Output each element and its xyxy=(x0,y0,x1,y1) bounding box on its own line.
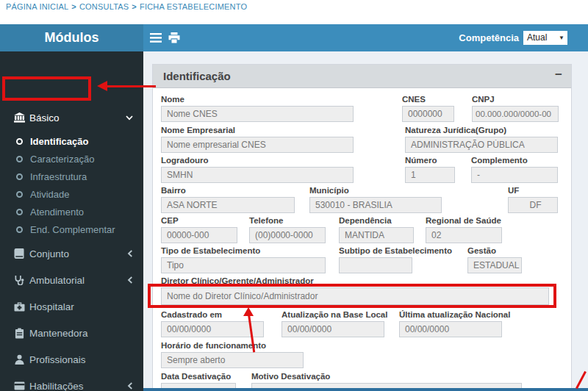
cnpj-input[interactable] xyxy=(472,106,559,122)
logradouro-input[interactable] xyxy=(161,167,354,183)
breadcrumb-separator: > xyxy=(132,2,137,11)
field-label: Gestão xyxy=(467,246,522,255)
circle-icon xyxy=(16,191,23,198)
field-gestao: Gestão xyxy=(467,246,522,273)
field-dependencia: Dependência xyxy=(339,216,414,243)
dependencia-input[interactable] xyxy=(339,227,414,243)
sidebar-item-label: Ambulatorial xyxy=(29,275,85,286)
sidebar-item-label: Caracterização xyxy=(30,154,94,165)
field-atualizacao-base-local: Atualização na Base Local xyxy=(282,310,384,337)
competencia-control: Competência Atual ▼ xyxy=(459,24,567,51)
field-natureza-juridica: Natureza Jurídica(Grupo) xyxy=(405,126,558,153)
select-caret-icon: ▼ xyxy=(559,31,564,45)
cadastrado-em-input[interactable] xyxy=(161,321,264,337)
field-nome-empresarial: Nome Empresarial xyxy=(161,126,354,153)
sidebar-item-caracterizacao[interactable]: Caracterização xyxy=(0,150,143,168)
breadcrumb-ficha-estabelecimento[interactable]: FICHA ESTABELECIMENTO xyxy=(140,2,247,11)
field-cnpj: CNPJ xyxy=(472,95,559,122)
sidebar-item-label: Atendimento xyxy=(30,207,84,218)
sidebar-item-identificacao[interactable]: Identificação xyxy=(0,132,143,150)
field-label: CNPJ xyxy=(472,95,559,104)
regional-saude-input[interactable] xyxy=(426,227,502,243)
chevron-left-icon xyxy=(127,276,133,284)
field-label: Logradouro xyxy=(161,156,354,165)
breadcrumb-separator: > xyxy=(71,2,76,11)
nome-empresarial-input[interactable] xyxy=(161,137,354,153)
sidebar-item-atendimento[interactable]: Atendimento xyxy=(0,203,143,220)
field-label: Motivo Desativação xyxy=(251,372,522,381)
field-subtipo-estabelecimento: Subtipo de Estabelecimento xyxy=(339,246,412,273)
breadcrumb-consultas[interactable]: CONSULTAS xyxy=(79,2,129,11)
sidebar-item-label: Atividade xyxy=(30,189,69,200)
diretor-input[interactable] xyxy=(161,287,549,305)
field-cadastrado-em: Cadastrado em xyxy=(161,310,264,337)
natureza-juridica-input[interactable] xyxy=(405,137,558,153)
breadcrumb-pagina-inicial[interactable]: PÁGINA INICIAL xyxy=(6,2,68,11)
sidebar-item-label: Identificação xyxy=(30,136,88,147)
numero-input[interactable] xyxy=(405,167,455,183)
field-label: CEP xyxy=(161,216,237,225)
sidebar-item-basico[interactable]: Básico xyxy=(0,105,143,130)
field-label: Nome xyxy=(161,95,354,104)
sidebar-item-label: Básico xyxy=(29,112,60,123)
sidebar-item-conjunto[interactable]: Conjunto xyxy=(0,241,143,266)
field-uf: UF xyxy=(508,186,558,213)
field-label: CNES xyxy=(402,95,454,104)
sidebar-item-habilitacoes[interactable]: Habilitações xyxy=(0,373,143,391)
uf-input[interactable] xyxy=(508,197,558,213)
sidebar-item-atividade[interactable]: Atividade xyxy=(0,185,143,203)
horario-funcionamento-input[interactable] xyxy=(161,352,304,368)
field-label: Tipo de Estabelecimento xyxy=(161,246,326,255)
sidebar-item-end-complementar[interactable]: End. Complementar xyxy=(0,220,143,238)
municipio-input[interactable] xyxy=(309,197,442,213)
circle-icon xyxy=(16,209,23,215)
sidebar-item-label: Infraestrutura xyxy=(30,171,87,182)
circle-icon xyxy=(16,226,23,233)
circle-icon xyxy=(16,173,23,180)
sidebar-toggle-button[interactable] xyxy=(146,24,165,51)
cep-input[interactable] xyxy=(161,227,237,243)
competencia-selected-value: Atual xyxy=(527,32,547,43)
field-cnes: CNES xyxy=(402,95,454,122)
panel-title: Identificação xyxy=(163,70,231,82)
stethoscope-icon xyxy=(12,275,26,285)
competencia-select[interactable]: Atual ▼ xyxy=(523,31,567,45)
atualizacao-base-local-input[interactable] xyxy=(282,321,384,337)
gestao-input[interactable] xyxy=(467,257,522,273)
ultima-atualizacao-nacional-input[interactable] xyxy=(399,321,502,337)
field-label: Natureza Jurídica(Grupo) xyxy=(405,126,558,134)
field-logradouro: Logradouro xyxy=(161,156,354,183)
bairro-input[interactable] xyxy=(161,197,295,213)
field-label: Data Desativação xyxy=(161,372,236,381)
sidebar-item-profissionais[interactable]: Profissionais xyxy=(0,347,143,372)
sidebar-item-mantenedora[interactable]: Mantenedora xyxy=(0,320,143,345)
field-tipo-estabelecimento: Tipo de Estabelecimento xyxy=(161,246,326,273)
chevron-down-icon xyxy=(126,115,133,121)
brand-title: Módulos xyxy=(0,24,143,51)
field-regional-saude: Regional de Saúde xyxy=(426,216,502,243)
field-label: Diretor Clínico/Gerente/Administrador xyxy=(161,276,549,285)
sidebar-item-infraestrutura[interactable]: Infraestrutura xyxy=(0,168,143,185)
print-button[interactable] xyxy=(165,24,184,51)
field-label: Dependência xyxy=(339,216,414,225)
sidebar-item-label: Profissionais xyxy=(29,354,86,365)
tipo-estabelecimento-input[interactable] xyxy=(161,257,326,273)
sidebar-item-ambulatorial[interactable]: Ambulatorial xyxy=(0,268,143,293)
breadcrumb: PÁGINA INICIAL>CONSULTAS>FICHA ESTABELEC… xyxy=(6,2,247,11)
book-icon xyxy=(12,248,26,259)
field-municipio: Município xyxy=(309,186,442,213)
bank-icon xyxy=(12,112,26,123)
telefone-input[interactable] xyxy=(249,227,326,243)
sidebar-item-hospitalar[interactable]: Hospitalar xyxy=(0,294,143,319)
subtipo-estabelecimento-input[interactable] xyxy=(339,257,412,273)
collapse-button[interactable]: − xyxy=(555,68,562,82)
bottom-divider-bar xyxy=(143,388,588,391)
nome-input[interactable] xyxy=(161,106,354,122)
credit-card-icon xyxy=(12,381,26,390)
cnes-input[interactable] xyxy=(402,106,454,122)
competencia-label: Competência xyxy=(459,32,519,43)
sidebar-item-label: End. Complementar xyxy=(30,224,115,235)
complemento-input[interactable] xyxy=(471,167,558,183)
field-numero: Número xyxy=(405,156,455,183)
identificacao-panel: Identificação − Nome CNES CNPJ Nome Empr… xyxy=(152,64,572,391)
